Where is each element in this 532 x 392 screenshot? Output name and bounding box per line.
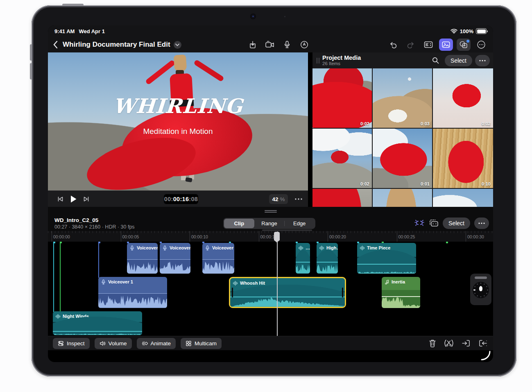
animate-label: Animate [151,340,171,347]
clip-waveform-area [98,293,167,308]
clip-connector-line [53,242,54,312]
multicam-button[interactable]: Multicam [181,338,222,349]
clip-label: Inertia [392,279,405,284]
clips-layer: Voiceover 2Voiceover 2Voiceover 3…High…T… [48,25,493,362]
timeline-clip[interactable]: Inertia [382,277,420,308]
music-note-icon [384,279,389,285]
clip-marker-dot [446,242,448,243]
corner-swipe-indicator[interactable] [480,350,491,360]
timeline-clip[interactable]: Voiceover 3 [202,243,234,274]
timeline-clip[interactable]: Voiceover 2 [160,243,190,274]
clip-label: Voiceover 2 [137,245,158,250]
clip-waveform-area [357,257,416,274]
camera-lens-glint [252,16,254,17]
overwrite-button[interactable] [462,339,471,347]
timeline-clip[interactable]: Voiceover 2 [127,243,158,274]
clip-waveform-area [127,259,158,274]
volume-icon [100,340,106,347]
animate-icon [142,340,148,347]
screen: 9:41 AM Wed Apr 1 100% Whirling Doc [48,25,493,362]
clip-waveform-area [53,322,142,335]
overwrite-icon [462,339,471,347]
clip-waveform-area [382,290,420,308]
sensor-dot [284,16,285,17]
edit-toolbar: Inspect Volume Animate [48,336,493,350]
append-icon [478,339,487,347]
clip-marker-dot [98,242,100,243]
blade-icon [444,339,454,347]
append-button[interactable] [478,339,487,347]
timeline-clip[interactable]: Night Winds [53,311,142,335]
multicam-label: Multicam [195,340,217,347]
mic-icon [205,245,210,251]
jog-wheel[interactable] [470,274,491,305]
clip-waveform-area [202,259,234,274]
page: 9:41 AM Wed Apr 1 100% Whirling Doc [0,0,532,392]
clip-waveform-area [317,257,338,274]
timeline-clip[interactable]: … [296,243,310,274]
mic-icon [101,279,106,285]
jog-dial-icon [472,281,490,299]
multicam-icon [186,340,192,347]
clip-waveform-area [230,291,345,307]
jog-wheel-grip [475,276,487,279]
clip-waveform-area [160,259,190,274]
inspect-button[interactable]: Inspect [53,338,90,349]
clip-waveform-area [296,257,310,274]
clip-label: Voiceover 3 [212,245,234,250]
volume-button[interactable]: Volume [95,338,132,349]
timeline-clip[interactable]: High… [317,243,338,274]
mic-icon [129,245,135,251]
trash-icon [429,339,436,347]
clip-connector-line [98,242,99,278]
ipad-device: 9:41 AM Wed Apr 1 100% Whirling Doc [32,5,516,376]
timeline-clip[interactable]: Voiceover 1 [98,277,167,308]
trim-handle-left[interactable] [232,288,233,297]
blade-button[interactable] [444,339,454,347]
volume-label: Volume [109,340,127,347]
playhead-line [277,231,278,336]
animate-button[interactable]: Animate [137,338,176,349]
inspect-icon [58,340,64,347]
clip-marker-dot [53,242,55,243]
timeline-clip[interactable]: Time Piece [357,243,416,274]
clip-marker-dot [60,242,62,243]
mic-icon [162,245,168,251]
delete-button[interactable] [429,339,436,347]
trim-handle-right[interactable] [342,288,343,297]
clip-label: Voiceover 1 [108,279,133,284]
clip-label: Voiceover 2 [170,245,190,250]
timeline-clip[interactable]: Whoosh Hit [229,277,346,308]
inspect-label: Inspect [67,340,85,347]
